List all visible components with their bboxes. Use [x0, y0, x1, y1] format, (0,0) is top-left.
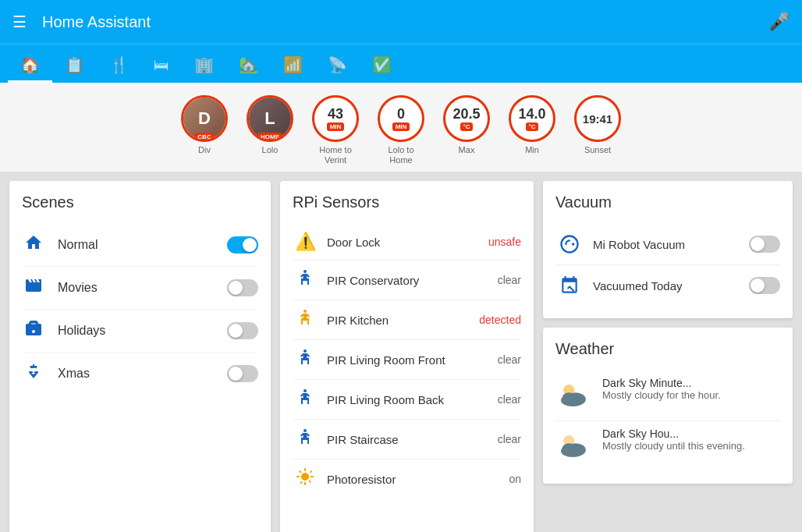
- bubbles-row: D CBC Div L HOME Lolo 43 MIN Home toVeri…: [0, 83, 802, 172]
- briefcase-icon: [22, 319, 45, 342]
- bubble-temp-min[interactable]: 14.0 °C Min: [509, 95, 555, 155]
- sensor-pir-staircase: PIR Staircase clear: [293, 420, 521, 459]
- pir-conservatory-name: PIR Conservatory: [327, 274, 488, 287]
- scene-normal-toggle[interactable]: [227, 236, 258, 254]
- hamburger-button[interactable]: ☰: [12, 12, 27, 31]
- mic-icon[interactable]: 🎤: [768, 12, 790, 32]
- bubble-sunset[interactable]: 19:41 Sunset: [574, 95, 621, 155]
- svg-point-0: [303, 270, 307, 273]
- pir-staircase-name: PIR Staircase: [327, 433, 488, 446]
- commute2-value: 0: [397, 107, 405, 121]
- bubble-div-label: Div: [198, 145, 211, 155]
- svg-point-1: [303, 310, 307, 313]
- svg-point-3: [303, 389, 307, 392]
- nav-tasks[interactable]: ✅: [360, 49, 404, 83]
- scene-xmas-name: Xmas: [58, 367, 215, 381]
- vacuum-title: Vacuum: [555, 193, 780, 211]
- weather-hourly-icon: [555, 427, 593, 465]
- vacuum-robot-name: Mi Robot Vacuum: [593, 238, 740, 251]
- bubble-temp-max[interactable]: 20.5 °C Max: [443, 95, 490, 155]
- main-content: Scenes Normal Movies Holidays: [0, 172, 802, 532]
- bubble-lolo-label: Lolo: [262, 145, 279, 155]
- pir-lr-back-value: clear: [498, 393, 521, 406]
- weather-title: Weather: [555, 340, 780, 358]
- temp-max-label: Max: [459, 145, 475, 155]
- temp-min-unit: °C: [526, 122, 539, 131]
- bubble-commute1[interactable]: 43 MIN Home toVerint: [312, 95, 359, 165]
- commute2-unit: MIN: [392, 122, 410, 131]
- door-lock-name: Door Lock: [327, 236, 479, 249]
- pir-staircase-value: clear: [498, 433, 521, 445]
- nav-office[interactable]: 🏢: [182, 49, 226, 83]
- walk-icon-lr-front: [293, 348, 318, 371]
- sensor-pir-kitchen: PIR Kitchen detected: [293, 300, 521, 340]
- temp-min-label: Min: [525, 145, 539, 155]
- door-lock-value: unsafe: [488, 236, 521, 248]
- nav-house[interactable]: 🏡: [226, 49, 271, 83]
- svg-point-4: [303, 429, 307, 432]
- sensor-pir-conservatory: PIR Conservatory clear: [293, 261, 521, 300]
- scene-normal: Normal: [22, 224, 258, 267]
- pir-lr-front-value: clear: [498, 353, 521, 366]
- scene-movies-toggle[interactable]: [227, 279, 258, 296]
- svg-point-18: [561, 445, 584, 458]
- bubble-commute2[interactable]: 0 MIN Lolo toHome: [378, 95, 424, 165]
- sunset-label: Sunset: [584, 145, 611, 155]
- scene-holidays-toggle[interactable]: [227, 322, 258, 339]
- pir-kitchen-value: detected: [479, 314, 521, 326]
- sensor-photoresistor: Photoresistor on: [293, 459, 521, 498]
- scene-xmas: Xmas: [22, 353, 258, 395]
- scene-holidays-name: Holidays: [58, 324, 215, 338]
- weather-hourly: Dark Sky Hou... Mostly cloudy until this…: [555, 421, 780, 471]
- sensors-title: RPi Sensors: [293, 193, 521, 211]
- photoresistor-name: Photoresistor: [327, 473, 499, 486]
- scene-xmas-toggle[interactable]: [227, 365, 258, 382]
- nav-stairs[interactable]: 📶: [271, 49, 315, 83]
- svg-point-2: [303, 349, 307, 353]
- home-icon: [22, 233, 45, 257]
- movie-icon: [22, 276, 45, 300]
- weather-minute-desc: Mostly cloudy for the hour.: [602, 389, 721, 401]
- commute1-value: 43: [328, 107, 343, 121]
- app-title: Home Assistant: [42, 13, 768, 31]
- svg-point-5: [562, 236, 578, 253]
- pir-conservatory-value: clear: [498, 274, 521, 286]
- sensor-door-lock: ⚠️ Door Lock unsafe: [293, 224, 521, 261]
- right-column: Vacuum Mi Robot Vacuum Vacuumed Today We…: [543, 181, 793, 532]
- scene-holidays: Holidays: [22, 310, 258, 353]
- scene-movies-name: Movies: [58, 281, 215, 295]
- nav-signal[interactable]: 📡: [315, 49, 360, 83]
- vacuum-today-name: Vacuumed Today: [593, 279, 740, 293]
- commute1-unit: MIN: [327, 122, 345, 131]
- vacuum-robot-icon: [555, 230, 584, 258]
- walk-icon-staircase: [293, 427, 318, 451]
- temp-max-value: 20.5: [452, 107, 480, 121]
- vacuum-today: Vacuumed Today: [555, 265, 780, 306]
- bubble-lolo[interactable]: L HOME Lolo: [247, 95, 293, 155]
- sensor-pir-lr-back: PIR Living Room Back clear: [293, 380, 521, 420]
- svg-point-12: [561, 395, 584, 407]
- photoresistor-value: on: [509, 473, 521, 485]
- weather-minute-icon: [555, 377, 593, 414]
- vacuum-today-toggle[interactable]: [749, 277, 780, 294]
- nav-home[interactable]: 🏠: [8, 49, 52, 83]
- svg-point-6: [572, 243, 575, 246]
- pir-lr-back-name: PIR Living Room Back: [327, 393, 488, 406]
- icon-nav-bar: 🏠 📋 🍴 🛏 🏢 🏡 📶 📡 ✅: [0, 44, 802, 83]
- sunset-value: 19:41: [583, 113, 612, 125]
- warning-icon: ⚠️: [293, 232, 318, 252]
- sensor-pir-lr-front: PIR Living Room Front clear: [293, 340, 521, 380]
- vacuum-robot: Mi Robot Vacuum: [555, 224, 780, 265]
- tree-icon: [22, 362, 45, 385]
- temp-min-value: 14.0: [518, 107, 545, 121]
- weather-card: Weather Dark Sky: [543, 328, 793, 484]
- bubble-div[interactable]: D CBC Div: [181, 95, 228, 155]
- pir-lr-front-name: PIR Living Room Front: [327, 353, 488, 367]
- nav-dashboard[interactable]: 📋: [52, 49, 97, 83]
- scenes-title: Scenes: [22, 193, 258, 211]
- vacuum-robot-toggle[interactable]: [749, 236, 780, 253]
- nav-kitchen[interactable]: 🍴: [97, 49, 141, 83]
- nav-bedroom[interactable]: 🛏: [141, 50, 182, 83]
- walk-icon-conservatory: [293, 268, 318, 292]
- weather-minute-name: Dark Sky Minute...: [602, 377, 721, 389]
